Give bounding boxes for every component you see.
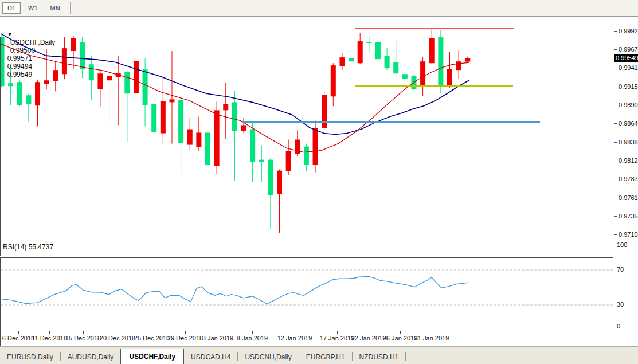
price-axis-label: 0.99670 bbox=[619, 46, 638, 53]
rsi-indicator-label: RSI(14) 55.4737 bbox=[3, 243, 53, 251]
price-axis-tickmark bbox=[614, 49, 617, 50]
rsi-axis-label: 100 bbox=[617, 241, 638, 248]
ohlc-close: 0.99549 bbox=[7, 71, 32, 79]
time-axis-label: 8 Jan 2019 bbox=[237, 335, 268, 342]
time-axis-label: 12 Jan 2019 bbox=[277, 335, 312, 342]
price-axis-label: 0.98385 bbox=[619, 139, 638, 146]
tab-usdcnh-daily[interactable]: USDCNH,Daily bbox=[238, 350, 298, 364]
time-axis-tickmark bbox=[252, 331, 253, 334]
timeframe-mn-button[interactable]: MN bbox=[45, 2, 65, 14]
rsi-axis-label: 0 bbox=[617, 323, 638, 330]
price-axis-tickmark bbox=[614, 216, 617, 217]
time-axis-label: 15 Dec 2018 bbox=[65, 335, 101, 342]
timeframe-w1-button[interactable]: W1 bbox=[23, 2, 43, 14]
price-axis-tickmark bbox=[614, 105, 617, 105]
price-axis-tickmark bbox=[614, 68, 617, 68]
price-axis-tickmark bbox=[614, 198, 617, 198]
price-axis-label: 0.99925 bbox=[619, 28, 638, 34]
time-axis-tickmark bbox=[18, 331, 19, 334]
price-axis-tickmark bbox=[614, 142, 617, 143]
timeframe-toolbar: D1 W1 MN bbox=[0, 0, 638, 17]
time-axis-label: 17 Jan 2019 bbox=[320, 335, 355, 342]
tab-nzdusd-h1[interactable]: NZDUSD,H1 bbox=[353, 350, 406, 364]
candlestick-series bbox=[0, 29, 470, 233]
price-axis-label: 0.99155 bbox=[619, 83, 638, 90]
tab-eurgbp-h1[interactable]: EURGBP,H1 bbox=[299, 350, 352, 364]
price-axis-label: 0.97355 bbox=[619, 213, 638, 220]
time-axis-label: 11 Dec 2018 bbox=[32, 335, 67, 342]
time-axis-label: 29 Dec 2018 bbox=[167, 335, 203, 342]
chart-symbol-label: USDCHF,Daily bbox=[10, 38, 56, 46]
price-axis-tickmark bbox=[614, 123, 617, 124]
time-axis-tickmark bbox=[218, 331, 218, 334]
time-axis-label: 26 Jan 2019 bbox=[383, 335, 418, 342]
price-axis-tickmark bbox=[614, 31, 617, 32]
price-axis-tickmark bbox=[614, 234, 617, 235]
time-axis-label: 25 Dec 2018 bbox=[134, 335, 170, 342]
tab-eurusd-daily[interactable]: EURUSD,Daily bbox=[0, 350, 60, 364]
toolbar-divider bbox=[70, 2, 71, 14]
tab-audusd-daily[interactable]: AUDUSD,Daily bbox=[61, 350, 121, 364]
price-axis-label: 0.98640 bbox=[619, 120, 638, 127]
time-axis-label: 22 Jan 2019 bbox=[351, 335, 386, 342]
current-price-tag: 0.99549 bbox=[614, 54, 638, 62]
time-axis-label: 31 Jan 2019 bbox=[414, 335, 449, 342]
price-axis-label: 0.98125 bbox=[619, 157, 638, 164]
time-axis-tickmark bbox=[49, 331, 50, 334]
symbol-tabbar: EURUSD,Daily AUDUSD,Daily USDCHF,Daily U… bbox=[0, 346, 638, 364]
price-axis-label: 0.97870 bbox=[619, 175, 638, 182]
price-axis-tickmark bbox=[614, 161, 617, 161]
price-axis-label: 0.97610 bbox=[619, 194, 638, 201]
time-axis-tickmark bbox=[185, 331, 186, 334]
rsi-line bbox=[0, 276, 469, 304]
time-axis-tickmark bbox=[432, 331, 432, 334]
time-axis-tickmark bbox=[400, 331, 401, 334]
chart-ohlc-header: ▼ USDCHF,Daily 0.99500 0.99571 0.99494 0… bbox=[3, 22, 55, 79]
tab-divider bbox=[405, 352, 406, 361]
time-axis-tickmark bbox=[152, 331, 152, 334]
price-axis-tickmark bbox=[614, 87, 617, 87]
price-axis-tickmark bbox=[614, 179, 617, 179]
tab-usdchf-daily[interactable]: USDCHF,Daily bbox=[120, 349, 184, 364]
ohlc-low: 0.99494 bbox=[7, 62, 32, 71]
price-axis-label: 0.99410 bbox=[619, 64, 638, 71]
time-axis-tickmark bbox=[118, 331, 118, 334]
rsi-axis-label: 30 bbox=[617, 301, 638, 308]
timeframe-d1-button[interactable]: D1 bbox=[2, 2, 21, 14]
chart-graphics bbox=[0, 0, 638, 364]
ohlc-open: 0.99500 bbox=[10, 46, 35, 54]
time-axis-label: 3 Jan 2019 bbox=[202, 335, 233, 342]
time-axis-tickmark bbox=[295, 331, 295, 334]
price-axis-label: 0.98900 bbox=[619, 101, 638, 108]
time-axis-tickmark bbox=[337, 331, 338, 334]
price-axis-label: 0.97100 bbox=[619, 231, 638, 238]
time-axis-tickmark bbox=[83, 331, 84, 334]
time-axis-label: 20 Dec 2018 bbox=[100, 335, 135, 342]
ohlc-high: 0.99571 bbox=[7, 54, 32, 62]
tab-usdcad-h4[interactable]: USDCAD,H4 bbox=[184, 350, 237, 364]
collapse-triangle-icon[interactable]: ▼ bbox=[7, 32, 13, 37]
time-axis-tickmark bbox=[369, 331, 369, 334]
rsi-axis-label: 70 bbox=[617, 266, 638, 273]
time-axis-label: 6 Dec 2018 bbox=[2, 335, 34, 342]
